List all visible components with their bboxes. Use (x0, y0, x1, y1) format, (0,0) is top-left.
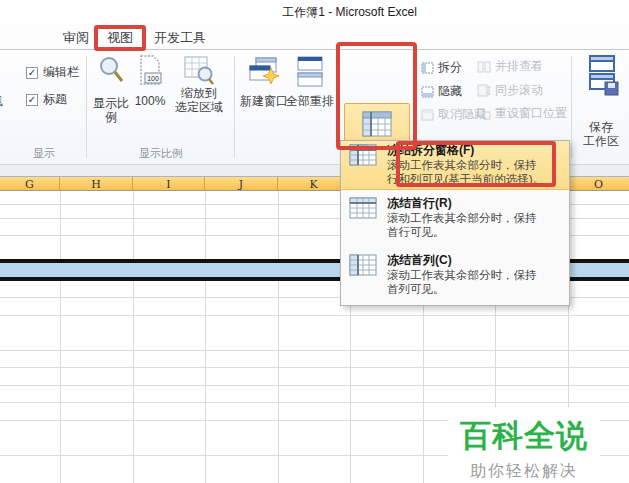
headings-checkbox[interactable]: ✓ 标题 (26, 91, 67, 108)
save-workspace-icon (583, 54, 619, 98)
svg-text:100: 100 (147, 75, 159, 82)
formula-bar-label: 编辑栏 (43, 64, 79, 81)
column-header[interactable]: J (205, 177, 278, 191)
menu-item-title: 冻结首列(C) (387, 253, 565, 268)
menu-item-freeze-first-column[interactable]: 冻结首列(C) 滚动工作表其余部分时，保持 首列可见。 (341, 251, 569, 306)
magnifier-icon (96, 54, 126, 88)
view-side-by-side-label: 并排查看 (495, 58, 543, 75)
menu-item-description: 滚动工作表其余部分时，保持 首列可见。 (387, 268, 565, 296)
column-header[interactable]: H (60, 177, 133, 191)
zoom-button[interactable]: 显示比例 (88, 54, 134, 124)
watermark: 百科全说 助你轻松解决 (448, 407, 600, 483)
synchronous-scrolling-icon (477, 84, 491, 97)
save-workspace-label: 保存 工作区 (583, 120, 619, 148)
group-separator (234, 56, 235, 158)
zoom-to-selection-label: 缩放到 选定区域 (175, 86, 223, 114)
window-title: 工作簿1 - Microsoft Excel (212, 4, 417, 21)
menu-item-title: 冻结首行(R) (387, 196, 565, 211)
tab-review[interactable]: 审阅 (58, 27, 94, 49)
column-header[interactable]: I (133, 177, 205, 191)
reset-window-position-label: 重设窗口位置 (495, 105, 567, 122)
annotation-box-freeze-button (336, 42, 417, 150)
column-header[interactable]: O (568, 177, 629, 191)
watermark-title: 百科全说 (460, 415, 588, 457)
arrange-all-icon (295, 54, 325, 90)
save-workspace-button[interactable]: 保存 工作区 (574, 54, 628, 148)
zoom-100-button[interactable]: 100 100% (132, 54, 168, 108)
new-window-label: 新建窗口 (240, 94, 288, 108)
synchronous-scrolling-button[interactable]: 同步滚动 (477, 82, 543, 99)
column-header[interactable]: G (0, 177, 60, 191)
zoom-label: 显示比例 (88, 96, 134, 124)
hide-icon (421, 86, 434, 98)
split-label: 拆分 (438, 59, 462, 76)
checkbox-checked-icon[interactable]: ✓ (26, 67, 38, 79)
group-separator (86, 56, 87, 158)
arrange-all-label: 全部重排 (286, 94, 334, 108)
annotation-box-view-tab (94, 25, 146, 51)
menu-item-description: 滚动工作表其余部分时，保持 首行可见。 (387, 211, 565, 239)
group-separator (571, 56, 572, 158)
zoom-100-label: 100% (135, 94, 166, 108)
headings-label: 标题 (43, 91, 67, 108)
watermark-subtitle: 助你轻松解决 (470, 461, 578, 482)
zoom-100-icon: 100 (137, 54, 163, 86)
hide-button[interactable]: 隐藏 (421, 83, 462, 100)
synchronous-scrolling-label: 同步滚动 (495, 82, 543, 99)
zoom-group-label: 显示比例 (96, 146, 226, 160)
clipped-checkbox-label: 线 (0, 93, 7, 109)
tab-developer[interactable]: 开发工具 (152, 27, 208, 49)
reset-window-position-button[interactable]: 重设窗口位置 (477, 105, 567, 122)
checkbox-checked-icon[interactable]: ✓ (26, 94, 38, 106)
freeze-top-row-icon (349, 197, 377, 219)
show-group-label: 显示 (8, 146, 80, 160)
unhide-icon (421, 109, 434, 121)
zoom-to-selection-button[interactable]: 缩放到 选定区域 (168, 54, 230, 114)
annotation-box-menu-item (396, 141, 556, 187)
reset-window-position-icon (477, 108, 491, 120)
new-window-button[interactable]: 新建窗口 (238, 54, 290, 108)
arrange-all-button[interactable]: 全部重排 (284, 54, 336, 108)
title-bar: 工作簿1 - Microsoft Excel (0, 0, 629, 24)
new-window-icon (247, 54, 281, 90)
view-side-by-side-button[interactable]: 并排查看 (477, 58, 543, 75)
formula-bar-checkbox[interactable]: ✓ 编辑栏 (26, 64, 79, 81)
split-button[interactable]: 拆分 (421, 59, 462, 76)
zoom-selection-icon (183, 54, 215, 86)
excel-window: 工作簿1 - Microsoft Excel 审阅 视图 开发工具 线 ✓ 编辑… (0, 0, 629, 483)
freeze-first-column-icon (349, 254, 377, 276)
side-by-side-icon (477, 61, 491, 73)
hide-label: 隐藏 (438, 83, 462, 100)
menu-item-freeze-top-row[interactable]: 冻结首行(R) 滚动工作表其余部分时，保持 首行可见。 (341, 194, 569, 249)
split-icon (421, 62, 434, 74)
